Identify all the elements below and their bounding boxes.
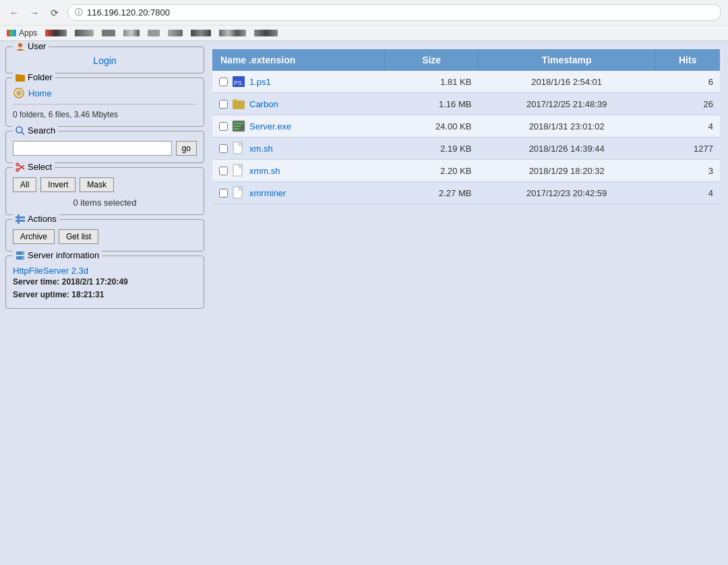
back-button[interactable]: ← bbox=[7, 5, 22, 20]
bookmark-4[interactable] bbox=[123, 30, 140, 36]
folder-panel: Folder Home 0 folders, 6 files, 3.46 Mby… bbox=[5, 78, 204, 127]
file-link[interactable]: Server.exe bbox=[249, 121, 291, 131]
actions-panel: Actions Archive Get list bbox=[5, 219, 204, 251]
file-name-cell: PS1.ps1 bbox=[212, 71, 385, 93]
server-icon bbox=[16, 251, 25, 260]
file-icon bbox=[232, 142, 245, 155]
table-row: xmm.sh2.20 KB2018/1/29 18:20:323 bbox=[212, 160, 720, 182]
server-time: Server time: 2018/2/1 17:20:49 bbox=[13, 276, 197, 289]
file-link[interactable]: xmm.sh bbox=[249, 166, 280, 176]
server-uptime: Server uptime: 18:21:31 bbox=[13, 289, 197, 301]
file-checkbox[interactable] bbox=[219, 167, 228, 175]
actions-panel-content: Archive Get list bbox=[6, 220, 204, 251]
search-panel-content: go bbox=[6, 131, 204, 162]
svg-point-5 bbox=[16, 163, 19, 166]
svg-text:PS: PS bbox=[234, 80, 242, 86]
home-link[interactable]: Home bbox=[13, 88, 197, 98]
bookmark-1[interactable] bbox=[45, 30, 67, 36]
file-checkbox[interactable] bbox=[219, 144, 228, 153]
svg-rect-18 bbox=[233, 100, 245, 109]
svg-point-14 bbox=[22, 252, 24, 254]
table-row: Server.exe24.00 KB2018/1/31 23:01:024 bbox=[212, 115, 720, 138]
folder-panel-legend: Folder bbox=[13, 72, 55, 82]
bookmark-6[interactable] bbox=[168, 30, 183, 36]
search-legend-icon bbox=[16, 126, 25, 136]
address-bar[interactable]: ⓘ 116.196.120.20:7800 bbox=[67, 4, 721, 21]
svg-rect-21 bbox=[234, 125, 241, 127]
file-size-cell: 24.00 KB bbox=[385, 115, 479, 138]
invert-button[interactable]: Invert bbox=[40, 177, 75, 192]
file-timestamp-cell: 2018/1/31 23:01:02 bbox=[478, 115, 655, 138]
svg-rect-22 bbox=[234, 128, 239, 129]
file-name-cell: Server.exe bbox=[212, 115, 385, 138]
file-link[interactable]: xm.sh bbox=[249, 144, 273, 154]
bookmark-3[interactable] bbox=[102, 30, 115, 36]
server-info-panel: Server information HttpFileServer 2.3d S… bbox=[5, 256, 204, 309]
login-link[interactable]: Login bbox=[93, 55, 116, 66]
svg-point-2 bbox=[16, 90, 22, 96]
table-row: xm.sh2.19 KB2018/1/26 14:39:441277 bbox=[212, 138, 720, 160]
file-timestamp-cell: 2017/12/25 21:48:39 bbox=[478, 93, 655, 115]
bookmark-7[interactable] bbox=[191, 30, 211, 36]
folder-icon bbox=[16, 73, 25, 82]
folder-info: 0 folders, 6 files, 3.46 Mbytes bbox=[13, 104, 197, 119]
file-table: Name .extension Size Timestamp Hits PS1.… bbox=[212, 49, 720, 204]
address-text: 116.196.120.20:7800 bbox=[87, 7, 170, 18]
file-timestamp-cell: 2018/1/29 18:20:32 bbox=[478, 160, 655, 182]
bookmark-5[interactable] bbox=[148, 30, 160, 36]
svg-rect-20 bbox=[234, 123, 243, 124]
file-timestamp-cell: 2018/1/16 2:54:01 bbox=[478, 71, 655, 93]
search-panel: Search go bbox=[5, 131, 204, 163]
file-hits-cell: 4 bbox=[655, 115, 720, 138]
server-app-link[interactable]: HttpFileServer 2.3d bbox=[13, 266, 88, 276]
lock-icon: ⓘ bbox=[75, 7, 83, 18]
file-checkbox[interactable] bbox=[219, 78, 228, 86]
file-icon bbox=[232, 97, 245, 111]
file-icon bbox=[232, 164, 245, 177]
bookmark-8[interactable] bbox=[219, 30, 246, 36]
bookmark-9[interactable] bbox=[254, 30, 278, 36]
archive-button[interactable]: Archive bbox=[13, 229, 55, 244]
file-checkbox[interactable] bbox=[219, 100, 228, 109]
table-row: xmrminer2.27 MB2017/12/23 20:42:594 bbox=[212, 182, 720, 204]
actions-panel-legend: Actions bbox=[13, 214, 59, 224]
svg-rect-11 bbox=[18, 214, 20, 224]
file-checkbox[interactable] bbox=[219, 122, 228, 131]
select-panel-legend: Select bbox=[13, 162, 55, 172]
search-input[interactable] bbox=[13, 141, 172, 156]
table-row: Carbon1.16 MB2017/12/25 21:48:3926 bbox=[212, 93, 720, 115]
forward-button[interactable]: → bbox=[27, 5, 42, 20]
server-info-legend: Server information bbox=[13, 250, 102, 260]
mask-button[interactable]: Mask bbox=[80, 177, 114, 192]
svg-point-6 bbox=[16, 169, 19, 171]
browser-chrome: ← → ⟳ ⓘ 116.196.120.20:7800 Apps bbox=[0, 0, 728, 41]
search-panel-legend: Search bbox=[13, 125, 58, 136]
file-icon bbox=[232, 119, 245, 133]
svg-point-0 bbox=[18, 43, 22, 47]
all-button[interactable]: All bbox=[13, 177, 36, 192]
file-checkbox[interactable] bbox=[219, 189, 228, 198]
bookmarks-bar: Apps bbox=[0, 25, 728, 40]
home-icon bbox=[13, 88, 25, 98]
file-link[interactable]: xmrminer bbox=[249, 188, 286, 198]
bookmarks-apps-label: Apps bbox=[7, 28, 37, 38]
svg-point-15 bbox=[22, 257, 24, 258]
get-list-button[interactable]: Get list bbox=[59, 229, 98, 244]
bookmark-2[interactable] bbox=[75, 30, 94, 36]
file-hits-cell: 26 bbox=[655, 93, 720, 115]
file-icon: PS bbox=[232, 75, 245, 88]
file-name-cell: xmrminer bbox=[212, 182, 385, 204]
reload-button[interactable]: ⟳ bbox=[47, 5, 62, 20]
go-button[interactable]: go bbox=[176, 141, 197, 156]
file-size-cell: 2.19 KB bbox=[385, 138, 479, 160]
file-hits-cell: 1277 bbox=[655, 138, 720, 160]
items-selected-label: 0 items selected bbox=[13, 198, 197, 208]
file-timestamp-cell: 2018/1/26 14:39:44 bbox=[478, 138, 655, 160]
file-link[interactable]: Carbon bbox=[249, 99, 278, 109]
select-panel-content: All Invert Mask 0 items selected bbox=[6, 168, 204, 214]
file-link[interactable]: 1.ps1 bbox=[249, 77, 271, 87]
file-name-cell: xmm.sh bbox=[212, 160, 385, 182]
sidebar: User Login Folder Home bbox=[5, 47, 204, 547]
file-size-cell: 1.81 KB bbox=[385, 71, 479, 93]
file-tbody: PS1.ps11.81 KB2018/1/16 2:54:016Carbon1.… bbox=[212, 71, 720, 204]
